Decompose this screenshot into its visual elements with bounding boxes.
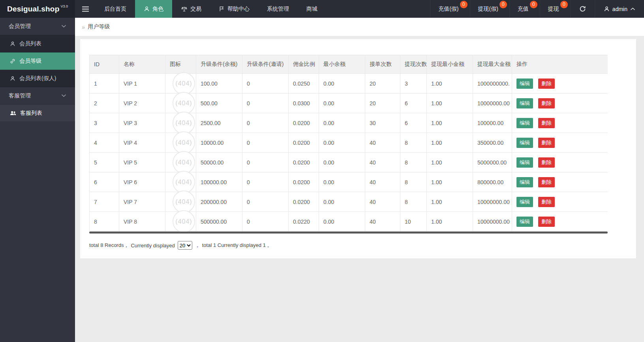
quick-label: 充值(假) (438, 6, 458, 13)
nav-label: 系统管理 (267, 6, 289, 13)
nav-item-mall[interactable]: 商城 (298, 0, 326, 18)
sidebar-item-member-list-fake[interactable]: 会员列表(假人) (0, 70, 75, 87)
quick-item-withdraw-fake[interactable]: 提现(假) 0 (470, 0, 509, 18)
quick-item-recharge[interactable]: 充值 0 (509, 0, 540, 18)
chevron-down-icon (61, 94, 66, 97)
edit-button[interactable]: 编辑 (516, 197, 533, 207)
col-header-id: ID (90, 55, 119, 74)
cell-actions: 编辑 删除 (512, 212, 608, 232)
cell-upgrade-invite: 0 (242, 113, 289, 133)
cell-name: VIP 6 (119, 172, 165, 192)
cell-actions: 编辑 删除 (512, 113, 608, 133)
col-header-commission: 佣金比例 (289, 55, 319, 74)
edit-button[interactable]: 编辑 (516, 98, 533, 108)
cell-withdraw-count: 10 (400, 212, 427, 232)
image-404-placeholder-icon: (404) (173, 151, 195, 174)
edit-button[interactable]: 编辑 (516, 157, 533, 168)
delete-button[interactable]: 删除 (538, 138, 555, 148)
quick-label: 充值 (518, 6, 529, 13)
cell-withdraw-max: 100000.00 (473, 113, 512, 133)
cell-upgrade-invite: 0 (242, 153, 289, 172)
col-header-name: 名称 (119, 55, 165, 74)
user-menu[interactable]: admin (595, 0, 644, 18)
main-area: » 用户等级 ID 名称 图标 升级条件(余额) 升级条件(邀请) (75, 18, 644, 342)
chevron-down-icon (61, 24, 66, 28)
col-header-upgrade-invite: 升级条件(邀请) (242, 55, 289, 74)
edit-button[interactable]: 编辑 (516, 177, 533, 187)
sidebar-item-label: 客服列表 (20, 110, 42, 117)
user-level-table: ID 名称 图标 升级条件(余额) 升级条件(邀请) 佣金比例 最小余额 接单次… (89, 55, 608, 232)
nav-label: 交易 (190, 6, 201, 13)
cell-order-count: 40 (365, 133, 400, 153)
nav-item-trade[interactable]: 交易 (172, 0, 210, 18)
delete-button[interactable]: 删除 (538, 118, 555, 128)
brand-version: V3.0 (60, 4, 68, 8)
col-header-withdraw-count: 提现次数 (400, 55, 427, 74)
col-header-withdraw-max: 提现最大金额 (473, 55, 512, 74)
cell-min-balance: 0.00 (319, 93, 365, 113)
sidebar-item-member-level[interactable]: 会员等级 (0, 52, 75, 70)
table-row: 3 VIP 3 (404) 2500.00 0 0.0200 0.00 30 6… (90, 113, 608, 133)
cell-order-count: 30 (365, 113, 400, 133)
delete-button[interactable]: 删除 (538, 157, 555, 168)
delete-button[interactable]: 删除 (538, 98, 555, 108)
brand-name: Desigual.shop (7, 5, 59, 13)
image-404-placeholder-icon: (404) (173, 171, 195, 193)
nav-item-help-center[interactable]: 帮助中心 (210, 0, 258, 18)
cell-withdraw-count: 8 (400, 172, 427, 192)
edit-button[interactable]: 编辑 (516, 217, 533, 227)
delete-button[interactable]: 删除 (538, 197, 555, 207)
link-icon (10, 58, 15, 64)
edit-button[interactable]: 编辑 (516, 78, 533, 89)
table-container: ID 名称 图标 升级条件(余额) 升级条件(邀请) 佣金比例 最小余额 接单次… (89, 55, 608, 234)
cell-withdraw-count: 6 (400, 113, 427, 133)
sidebar-item-member-list[interactable]: 会员列表 (0, 35, 75, 52)
cell-commission: 0.0220 (289, 212, 319, 232)
cell-withdraw-count: 6 (400, 93, 427, 113)
cell-min-balance: 0.00 (319, 74, 365, 93)
cell-name: VIP 3 (119, 113, 165, 133)
nav-item-roles[interactable]: 角色 (135, 0, 172, 18)
cell-name: VIP 2 (119, 93, 165, 113)
sidebar-section-member-management[interactable]: 会员管理 (0, 18, 75, 35)
table-row: 5 VIP 5 (404) 50000.00 0 0.0200 0.00 40 … (90, 153, 608, 172)
nav-item-system[interactable]: 系统管理 (258, 0, 298, 18)
cell-icon: (404) (165, 153, 196, 172)
sidebar-item-service-list[interactable]: 客服列表 (0, 105, 75, 122)
cell-upgrade-invite: 0 (242, 212, 289, 232)
cell-upgrade-balance: 500.00 (196, 93, 242, 113)
quick-item-withdraw[interactable]: 提现 0 (540, 0, 570, 18)
image-404-placeholder-icon: (404) (173, 191, 195, 213)
cell-withdraw-count: 8 (400, 153, 427, 172)
cell-withdraw-min: 1.00 (427, 93, 473, 113)
nav-item-dashboard[interactable]: 后台首页 (96, 0, 135, 18)
cell-name: VIP 1 (119, 74, 165, 93)
sidebar-item-label: 会员列表 (19, 40, 41, 47)
cell-withdraw-max: 350000.00 (473, 133, 512, 153)
cell-withdraw-max: 10000000.00 (473, 212, 512, 232)
cell-upgrade-invite: 0 (242, 172, 289, 192)
delete-button[interactable]: 删除 (538, 177, 555, 187)
table-header-row: ID 名称 图标 升级条件(余额) 升级条件(邀请) 佣金比例 最小余额 接单次… (90, 55, 608, 74)
cell-name: VIP 4 (119, 133, 165, 153)
edit-button[interactable]: 编辑 (516, 118, 533, 128)
cell-order-count: 20 (365, 93, 400, 113)
cell-min-balance: 0.00 (319, 212, 365, 232)
cell-min-balance: 0.00 (319, 113, 365, 133)
pagination-total: total 8 Records， (89, 242, 129, 249)
refresh-icon[interactable] (570, 0, 595, 18)
table-body: 1 VIP 1 (404) 100.00 0 0.0250 0.00 20 3 … (90, 74, 608, 232)
horizontal-scrollbar[interactable] (89, 232, 608, 234)
hamburger-menu-icon[interactable] (75, 0, 96, 18)
delete-button[interactable]: 删除 (538, 217, 555, 227)
cell-id: 5 (90, 153, 119, 172)
username: admin (612, 6, 627, 12)
quick-label: 提现(假) (478, 6, 498, 13)
page-size-select[interactable]: 20 (178, 241, 192, 250)
edit-button[interactable]: 编辑 (516, 138, 533, 148)
quick-item-recharge-fake[interactable]: 充值(假) 0 (430, 0, 469, 18)
cell-icon: (404) (165, 133, 196, 153)
breadcrumb: » 用户等级 (75, 18, 644, 36)
delete-button[interactable]: 删除 (538, 78, 555, 89)
sidebar-section-service-management[interactable]: 客服管理 (0, 87, 75, 105)
